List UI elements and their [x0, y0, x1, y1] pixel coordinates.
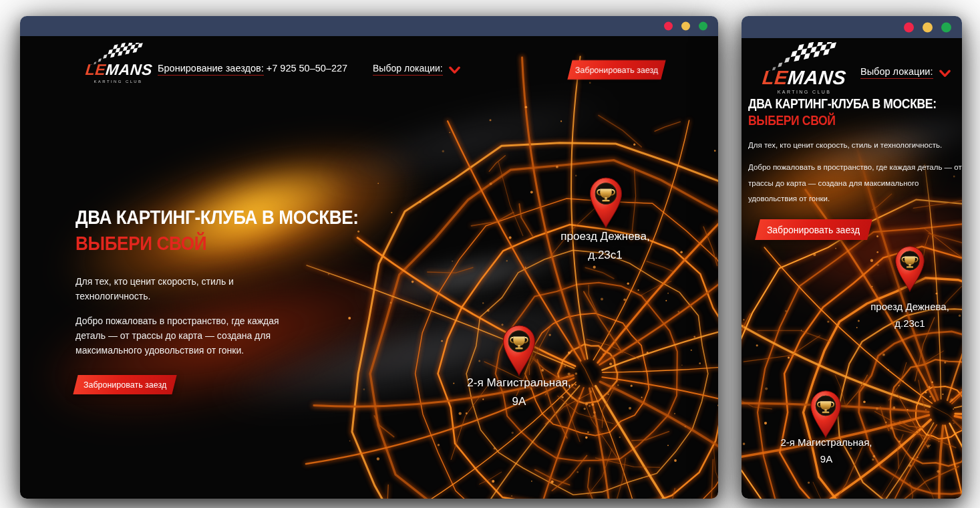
window-controls	[664, 22, 707, 31]
hero-title-accent: ВЫБЕРИ СВОЙ	[75, 231, 358, 257]
window-control-yellow[interactable]	[923, 22, 933, 32]
hero-title-line: ДВА КАРТИНГ-КЛУБА В МОСКВЕ:	[748, 96, 937, 111]
hero-title: ДВА КАРТИНГ-КЛУБА В МОСКВЕ: ВЫБЕРИ СВОЙ	[748, 96, 942, 130]
desktop-page-content: LEMANS KARTING CLUB Бронирование заездов…	[20, 36, 718, 499]
hero-art-blob	[305, 75, 630, 208]
window-control-green[interactable]	[699, 22, 707, 31]
lemans-logo[interactable]: LEMANS KARTING CLUB	[762, 42, 847, 94]
window-control-red[interactable]	[904, 22, 914, 32]
map-pin-magistralnaya[interactable]	[498, 323, 540, 378]
map-pin-dezhneva[interactable]	[891, 244, 929, 293]
hero-paragraph-2: Добро пожаловать в пространство, где каж…	[748, 160, 962, 207]
desktop-browser-window: LEMANS KARTING CLUB Бронирование заездов…	[20, 16, 718, 499]
book-button-hero[interactable]: Забронировать заезд	[755, 219, 872, 240]
mobile-browser-window: LEMANS KARTING CLUB Выбор локации: ДВА К…	[742, 16, 962, 499]
logo-text: LEMANS	[760, 68, 848, 88]
desktop-titlebar	[20, 16, 718, 36]
window-control-yellow[interactable]	[681, 22, 690, 31]
logo-subtitle: KARTING CLUB	[86, 80, 151, 84]
pin-label-magistralnaya: 2-я Магистральная,9А	[746, 434, 907, 468]
hero-paragraph-1: Для тех, кто ценит скорость, стиль и тех…	[748, 138, 962, 154]
booking-phone[interactable]: Бронирование заездов: +7 925 50–50–227	[158, 63, 347, 74]
location-label: Выбор локации:	[860, 66, 933, 79]
map-pin-magistralnaya[interactable]	[806, 388, 845, 440]
phone-number: +7 925 50–50–227	[267, 63, 347, 74]
hero-title-accent: ВЫБЕРИ СВОЙ	[748, 112, 942, 129]
location-selector[interactable]: Выбор локации:	[860, 66, 951, 79]
location-selector[interactable]: Выбор локации:	[373, 63, 460, 76]
location-label: Выбор локации:	[373, 63, 443, 76]
hero-section: ДВА КАРТИНГ-КЛУБА В МОСКВЕ: ВЫБЕРИ СВОЙ …	[75, 205, 389, 394]
page-background: LEMANS KARTING CLUB Бронирование заездов…	[0, 0, 980, 508]
book-button-hero[interactable]: Забронировать заезд	[73, 375, 176, 394]
logo-text: LEMANS	[85, 62, 152, 78]
mobile-page-content: LEMANS KARTING CLUB Выбор локации: ДВА К…	[742, 38, 962, 499]
hero-paragraph-2: Добро пожаловать в пространство, где каж…	[75, 314, 288, 358]
hero-paragraph-1: Для тех, кто ценит скорость, стиль и тех…	[75, 275, 288, 303]
hero-title-line: ДВА КАРТИНГ-КЛУБА В МОСКВЕ:	[75, 207, 359, 228]
window-control-green[interactable]	[941, 22, 951, 32]
map-pin-dezhneva[interactable]	[585, 175, 627, 230]
book-button-header[interactable]: Забронировать заезд	[567, 60, 665, 80]
phone-label: Бронирование заездов:	[158, 63, 264, 76]
chevron-down-icon	[449, 66, 460, 74]
chevron-down-icon	[939, 70, 951, 78]
logo-subtitle: KARTING CLUB	[762, 90, 847, 94]
window-controls	[904, 22, 951, 32]
lemans-logo[interactable]: LEMANS KARTING CLUB	[86, 43, 151, 84]
pin-label-dezhneva: проезд Дежнева,д.23с1	[525, 227, 685, 265]
hero-section: ДВА КАРТИНГ-КЛУБА В МОСКВЕ: ВЫБЕРИ СВОЙ …	[748, 96, 962, 240]
mobile-titlebar	[742, 16, 962, 38]
window-control-red[interactable]	[664, 22, 673, 31]
pin-label-dezhneva: проезд Дежнева,д.23с1	[830, 299, 962, 332]
hero-title: ДВА КАРТИНГ-КЛУБА В МОСКВЕ: ВЫБЕРИ СВОЙ	[75, 205, 358, 257]
pin-label-magistralnaya: 2-я Магистральная,9А	[439, 374, 599, 411]
